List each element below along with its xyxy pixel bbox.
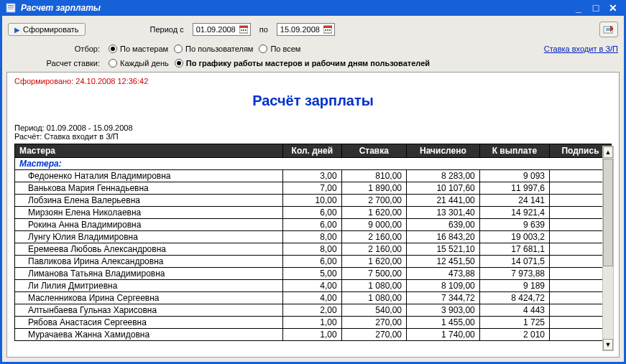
cell-rate: 9 000,00: [341, 219, 406, 231]
table-row[interactable]: Рокина Анна Владимировна6,009 000,00639,…: [15, 219, 612, 231]
settings-button[interactable]: [599, 22, 618, 37]
table-row[interactable]: Лобзина Елена Валерьевна10,002 700,0021 …: [15, 195, 612, 207]
radio-dot-icon: [175, 59, 183, 67]
radio-dot-icon: [109, 59, 117, 67]
to-label: по: [259, 25, 268, 34]
play-icon: ▶: [14, 26, 20, 34]
maximize-button[interactable]: □: [588, 1, 604, 14]
col-payout: К выплате: [479, 144, 549, 158]
calendar-icon[interactable]: [239, 24, 249, 34]
cell-days: 6,00: [283, 256, 341, 268]
cell-rate: 7 500,00: [341, 268, 406, 280]
cell-payout: 9 189: [479, 280, 549, 292]
cell-payout: 17 681,1: [479, 243, 549, 256]
col-rate: Ставка: [341, 144, 406, 158]
scroll-thumb[interactable]: [603, 159, 613, 266]
table-row[interactable]: Ли Лилия Дмитриевна4,001 080,008 109,009…: [15, 280, 612, 292]
table-row[interactable]: Лиманова Татьяна Владимировна5,007 500,0…: [15, 268, 612, 280]
cell-rate: 2 160,00: [341, 231, 406, 243]
col-name: Мастера: [15, 144, 283, 158]
radio-dot-icon: [259, 45, 267, 53]
radio-by-schedule[interactable]: По графику работы мастеров и рабочим дня…: [175, 59, 430, 67]
svg-rect-2: [8, 7, 14, 8]
cell-rate: 1 080,00: [341, 292, 406, 304]
report-calc: Расчёт: Ставка входит в З/П: [14, 132, 612, 141]
cell-name: Мирзоян Елена Николаевна: [15, 207, 283, 219]
cell-days: 10,00: [283, 195, 341, 207]
radio-every-day[interactable]: Каждый день: [109, 59, 169, 67]
table-header-row: Мастера Кол. дней Ставка Начислено К вып…: [15, 144, 612, 158]
cell-days: 8,00: [283, 231, 341, 243]
cell-days: 4,00: [283, 292, 341, 304]
svg-rect-5: [239, 26, 248, 28]
group-row: Мастера:: [15, 158, 612, 170]
table-row[interactable]: Ванькова Мария Геннадьевна7,001 890,0010…: [15, 182, 612, 195]
cell-payout: 19 003,2: [479, 231, 549, 243]
scroll-track[interactable]: [603, 159, 613, 338]
cell-accrued: 12 451,50: [407, 256, 480, 268]
cell-payout: 9 639: [479, 219, 549, 231]
cell-name: Мурачаева Жанна Хамидовна: [15, 329, 283, 341]
cell-rate: 2 700,00: [341, 195, 406, 207]
col-days: Кол. дней: [283, 144, 341, 158]
cell-accrued: 16 843,20: [407, 231, 480, 243]
cell-days: 3,00: [283, 170, 341, 182]
formed-timestamp: Сформировано: 24.10.2008 12:36:42: [14, 77, 612, 85]
form-button-label: Сформировать: [23, 25, 79, 34]
cell-days: 6,00: [283, 207, 341, 219]
cell-payout: 7 973,88: [479, 268, 549, 280]
date-from-input[interactable]: 01.09.2008: [193, 23, 251, 36]
table-row[interactable]: Федоненко Наталия Владимировна3,00810,00…: [15, 170, 612, 182]
radio-by-masters[interactable]: По мастерам: [109, 45, 168, 53]
table-row[interactable]: Рябова Анастасия Сергеевна1,00270,001 45…: [15, 317, 612, 329]
cell-rate: 540,00: [341, 304, 406, 317]
table-row[interactable]: Масленникова Ирина Сергеевна4,001 080,00…: [15, 292, 612, 304]
close-button[interactable]: ✕: [605, 1, 621, 14]
window-title: Расчет зарплаты: [21, 3, 101, 13]
cell-rate: 810,00: [341, 170, 406, 182]
cell-payout: 11 997,6: [479, 182, 549, 195]
form-button[interactable]: ▶ Сформировать: [8, 23, 86, 36]
cell-payout: 24 141: [479, 195, 549, 207]
minimize-button[interactable]: _: [571, 1, 586, 14]
radio-label: По графику работы мастеров и рабочим дня…: [186, 59, 430, 67]
cell-accrued: 8 109,00: [407, 280, 480, 292]
table-row[interactable]: Павликова Ирина Александровна6,001 620,0…: [15, 256, 612, 268]
svg-rect-11: [325, 29, 326, 31]
cell-name: Рокина Анна Владимировна: [15, 219, 283, 231]
app-icon: [5, 2, 17, 14]
cell-name: Ванькова Мария Геннадьевна: [15, 182, 283, 195]
svg-rect-10: [323, 26, 332, 28]
table-row[interactable]: Еремеева Любовь Александровна8,002 160,0…: [15, 243, 612, 256]
scroll-up-icon[interactable]: ▲: [603, 146, 613, 158]
date-to-input[interactable]: 15.09.2008: [277, 23, 335, 36]
calendar-icon[interactable]: [323, 24, 333, 34]
radio-by-users[interactable]: По пользователям: [174, 45, 253, 53]
vertical-scrollbar[interactable]: ▲ ▼: [602, 146, 614, 351]
rate-calc-label: Расчет ставки:: [8, 59, 103, 67]
table-row[interactable]: Мирзоян Елена Николаевна6,001 620,0013 3…: [15, 207, 612, 219]
col-accrued: Начислено: [407, 144, 480, 158]
filter-label: Отбор:: [8, 45, 103, 53]
svg-rect-3: [8, 9, 14, 9]
cell-name: Ли Лилия Дмитриевна: [15, 280, 283, 292]
svg-rect-7: [243, 29, 244, 31]
radio-by-all[interactable]: По всем: [259, 45, 300, 53]
cell-days: 7,00: [283, 182, 341, 195]
svg-rect-13: [329, 29, 331, 31]
rate-link[interactable]: Ставка входит в З/П: [544, 45, 618, 53]
table-row[interactable]: Мурачаева Жанна Хамидовна1,00270,001 740…: [15, 329, 612, 341]
cell-days: 5,00: [283, 268, 341, 280]
cell-accrued: 473,88: [407, 268, 480, 280]
radio-dot-icon: [109, 45, 117, 53]
cell-payout: 4 443: [479, 304, 549, 317]
cell-payout: 1 725: [479, 317, 549, 329]
cell-accrued: 21 441,00: [407, 195, 480, 207]
table-row[interactable]: Алтынбаева Гульназ Харисовна2,00540,003 …: [15, 304, 612, 317]
cell-name: Павликова Ирина Александровна: [15, 256, 283, 268]
svg-rect-1: [8, 5, 14, 6]
group-label: Мастера:: [15, 158, 612, 170]
cell-days: 1,00: [283, 317, 341, 329]
table-row[interactable]: Лунгу Юлия Владимировна8,002 160,0016 84…: [15, 231, 612, 243]
scroll-down-icon[interactable]: ▼: [603, 339, 613, 350]
